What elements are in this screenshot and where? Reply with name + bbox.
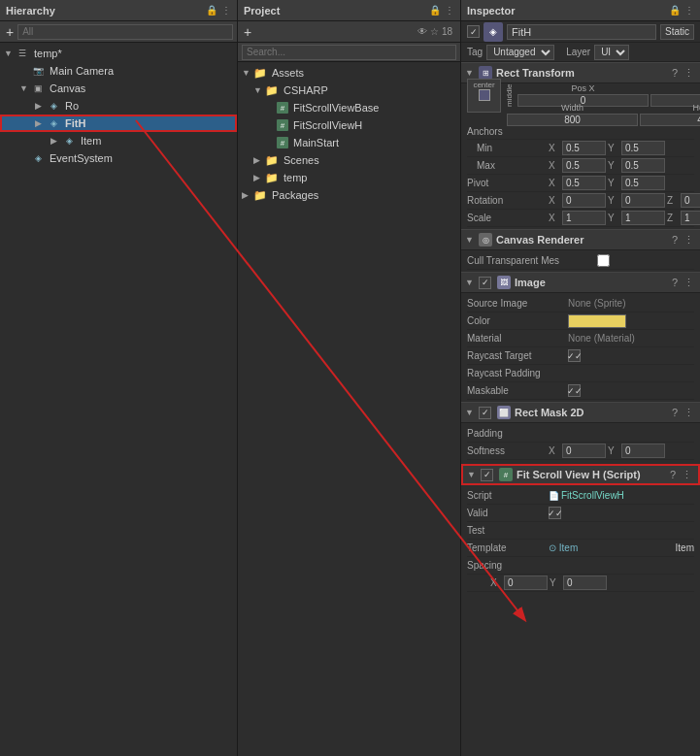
hierarchy-title: Hierarchy <box>6 5 55 16</box>
proj-item-temp[interactable]: ▶ 📁 temp <box>238 169 460 186</box>
y-label: Y <box>608 160 619 171</box>
image-enabled-checkbox[interactable] <box>479 277 491 289</box>
tree-item-item[interactable]: ▶ ◈ Item <box>0 132 237 149</box>
image-menu-icon[interactable]: ⋮ <box>682 277 696 289</box>
scale-x-input[interactable] <box>562 211 606 225</box>
proj-item-csharp[interactable]: ▼ 📁 CSHARP <box>238 82 460 99</box>
inspector-menu-icon[interactable]: ⋮ <box>684 5 694 16</box>
obj-icon: ◈ <box>483 22 503 42</box>
min-y-input[interactable] <box>621 141 665 155</box>
color-preview[interactable] <box>568 314 626 328</box>
layer-select[interactable]: UI <box>594 45 629 60</box>
source-image-row: Source Image None (Sprite) <box>467 295 694 312</box>
project-add-button[interactable]: + <box>242 25 253 39</box>
folder-icon: 📁 <box>253 67 267 80</box>
proj-label: Scenes <box>283 154 319 166</box>
star-icon[interactable]: ☆ <box>430 26 439 37</box>
hierarchy-search[interactable] <box>17 24 233 40</box>
rect-mask-help-icon[interactable]: ? <box>670 407 680 419</box>
canvas-renderer-header[interactable]: ▼ ◎ Canvas Renderer ? ⋮ <box>461 229 700 250</box>
pivot-label: Pivot <box>467 178 545 188</box>
pivot-x-input[interactable] <box>562 176 606 190</box>
proj-item-fitscrollviewbase[interactable]: ▶ # FitScrollViewBase <box>238 99 460 116</box>
pos-y-label: Pos Y <box>650 83 700 93</box>
hierarchy-toolbar: + <box>0 21 237 43</box>
tree-item-ro[interactable]: ▶ ◈ Ro <box>0 97 237 115</box>
max-label: Max <box>467 160 545 171</box>
fit-scroll-menu-icon[interactable]: ⋮ <box>680 469 694 481</box>
tree-item-eventsystem[interactable]: ▶ ◈ EventSystem <box>0 149 237 167</box>
y-label: Y <box>608 213 619 223</box>
static-button[interactable]: Static <box>660 24 694 40</box>
tree-item-fith[interactable]: ▶ ◈ FitH <box>0 115 237 132</box>
proj-item-packages[interactable]: ▶ 📁 Packages <box>238 186 460 204</box>
rot-z-input[interactable] <box>681 193 700 208</box>
hierarchy-lock-icon[interactable]: 🔒 <box>206 5 217 16</box>
hierarchy-menu-icon[interactable]: ⋮ <box>221 5 231 16</box>
max-x-input[interactable] <box>562 158 606 173</box>
color-label: Color <box>467 315 564 326</box>
x-label: X <box>549 445 560 456</box>
image-help-icon[interactable]: ? <box>670 277 680 289</box>
rot-y-input[interactable] <box>621 193 665 208</box>
width-input[interactable] <box>507 114 638 126</box>
add-button[interactable]: + <box>4 25 16 39</box>
tag-select[interactable]: Untagged <box>486 45 554 60</box>
fit-scroll-help-icon[interactable]: ? <box>668 469 678 481</box>
project-search-row <box>238 43 460 62</box>
valid-checkbox[interactable]: ✓ <box>549 507 561 519</box>
inspector-lock-icon[interactable]: 🔒 <box>669 5 681 16</box>
canvas-help-icon[interactable]: ? <box>670 234 680 247</box>
canvas-menu-icon[interactable]: ⋮ <box>682 234 696 247</box>
softness-label: Softness <box>467 445 545 456</box>
scale-y-input[interactable] <box>621 211 665 225</box>
fit-scroll-header[interactable]: ▼ # Fit Scroll View H (Script) ? ⋮ <box>461 464 700 485</box>
min-x-input[interactable] <box>562 141 606 155</box>
pivot-y-input[interactable] <box>621 176 665 190</box>
proj-item-fitscrollviewh[interactable]: ▶ # FitScrollViewH <box>238 116 460 134</box>
proj-item-assets[interactable]: ▼ 📁 Assets <box>238 64 460 82</box>
tree-item-temp[interactable]: ▼ ☰ temp* <box>0 45 237 62</box>
tree-item-canvas[interactable]: ▼ ▣ Canvas <box>0 80 237 97</box>
active-checkbox[interactable] <box>467 25 480 38</box>
inspector-header: Inspector 🔒 ⋮ <box>461 0 700 21</box>
proj-label: Packages <box>272 189 318 201</box>
softness-x-input[interactable] <box>562 444 606 458</box>
fit-scroll-body: Script 📄 FitScrollViewH Valid ✓ Test <box>461 485 700 594</box>
project-search[interactable] <box>242 45 456 60</box>
raycast-target-checkbox[interactable]: ✓ <box>568 349 581 362</box>
rect-transform-title: Rect Transform <box>496 67 666 79</box>
rot-x-input[interactable] <box>562 193 606 208</box>
proj-item-scenes[interactable]: ▶ 📁 Scenes <box>238 151 460 169</box>
arrow-icon: ▶ <box>253 173 265 182</box>
anchor-center-label: center <box>473 81 494 89</box>
softness-y-input[interactable] <box>621 444 665 458</box>
gameobject-icon: ◈ <box>31 151 45 165</box>
eye-icon[interactable]: 👁 <box>417 26 427 37</box>
maskable-checkbox[interactable]: ✓ <box>568 384 581 397</box>
height-field-group: Height <box>640 103 700 126</box>
project-view-icons: 👁 ☆ 18 <box>417 26 456 37</box>
y-label: Y <box>608 195 619 206</box>
object-name-field[interactable] <box>507 24 656 40</box>
fit-scroll-enabled-checkbox[interactable] <box>481 469 493 481</box>
proj-item-mainstart[interactable]: ▶ # MainStart <box>238 134 460 151</box>
rect-mask-enabled-checkbox[interactable] <box>479 407 491 419</box>
script-icon: # <box>277 137 288 148</box>
rect-mask-header[interactable]: ▼ ⬜ Rect Mask 2D ? ⋮ <box>461 402 700 423</box>
scale-z-input[interactable] <box>681 211 700 225</box>
spacing-x-input[interactable] <box>504 575 548 590</box>
project-lock-icon[interactable]: 🔒 <box>429 5 441 16</box>
rect-help-icon[interactable]: ? <box>670 67 680 80</box>
middle-label: middle <box>505 83 514 107</box>
project-menu-icon[interactable]: ⋮ <box>445 5 454 16</box>
x-label: X <box>549 195 560 206</box>
tree-item-main-camera[interactable]: ▶ 📷 Main Camera <box>0 62 237 80</box>
image-header[interactable]: ▼ 🖼 Image ? ⋮ <box>461 272 700 293</box>
rect-mask-menu-icon[interactable]: ⋮ <box>682 407 696 419</box>
height-input[interactable] <box>640 114 700 126</box>
max-y-input[interactable] <box>621 158 665 173</box>
spacing-y-input[interactable] <box>563 575 607 590</box>
cull-checkbox[interactable] <box>597 254 610 267</box>
rect-menu-icon[interactable]: ⋮ <box>682 67 696 80</box>
